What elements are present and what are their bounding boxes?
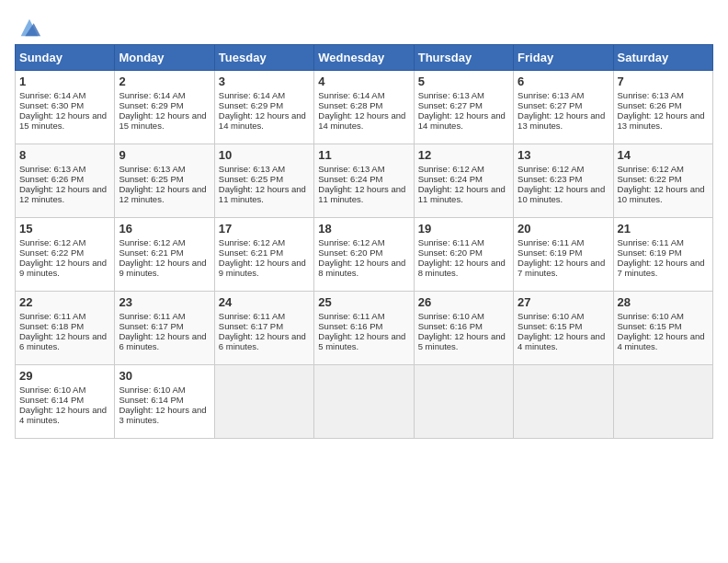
day-number: 16 <box>119 222 210 236</box>
calendar-cell: 24 Sunrise: 6:11 AM Sunset: 6:17 PM Dayl… <box>214 292 313 365</box>
day-number: 1 <box>19 75 110 88</box>
daylight-label: Daylight: 12 hours and 6 minutes. <box>19 331 107 351</box>
day-number: 25 <box>318 295 409 309</box>
calendar-cell: 9 Sunrise: 6:13 AM Sunset: 6:25 PM Dayli… <box>115 144 214 218</box>
calendar-cell: 8 Sunrise: 6:13 AM Sunset: 6:26 PM Dayli… <box>16 144 115 218</box>
calendar-cell: 18 Sunrise: 6:12 AM Sunset: 6:20 PM Dayl… <box>314 218 414 292</box>
calendar-week-3: 15 Sunrise: 6:12 AM Sunset: 6:22 PM Dayl… <box>16 218 713 292</box>
sunset-label: Sunset: 6:15 PM <box>618 321 682 331</box>
col-header-tuesday: Tuesday <box>214 45 313 71</box>
calendar-cell: 21 Sunrise: 6:11 AM Sunset: 6:19 PM Dayl… <box>613 218 712 292</box>
calendar-cell: 13 Sunrise: 6:12 AM Sunset: 6:23 PM Dayl… <box>514 144 613 218</box>
sunrise-label: Sunrise: 6:13 AM <box>518 90 584 100</box>
calendar-cell <box>314 365 414 439</box>
sunset-label: Sunset: 6:29 PM <box>119 100 183 110</box>
calendar-cell: 5 Sunrise: 6:13 AM Sunset: 6:27 PM Dayli… <box>414 71 513 144</box>
day-number: 12 <box>418 148 509 162</box>
sunset-label: Sunset: 6:29 PM <box>219 100 283 110</box>
sunrise-label: Sunrise: 6:11 AM <box>618 237 684 247</box>
page-header <box>15 15 713 35</box>
daylight-label: Daylight: 12 hours and 11 minutes. <box>219 184 306 204</box>
daylight-label: Daylight: 12 hours and 14 minutes. <box>318 110 405 131</box>
day-number: 13 <box>518 148 609 162</box>
day-number: 7 <box>618 75 709 88</box>
sunrise-label: Sunrise: 6:12 AM <box>19 237 85 247</box>
calendar-cell: 14 Sunrise: 6:12 AM Sunset: 6:22 PM Dayl… <box>613 144 712 218</box>
daylight-label: Daylight: 12 hours and 13 minutes. <box>518 110 605 131</box>
logo <box>15 15 42 35</box>
day-number: 22 <box>19 295 110 309</box>
sunrise-label: Sunrise: 6:13 AM <box>19 164 85 174</box>
sunrise-label: Sunrise: 6:11 AM <box>518 237 584 247</box>
sunset-label: Sunset: 6:17 PM <box>119 321 183 331</box>
day-number: 18 <box>318 222 409 236</box>
daylight-label: Daylight: 12 hours and 10 minutes. <box>518 184 605 204</box>
calendar-cell: 16 Sunrise: 6:12 AM Sunset: 6:21 PM Dayl… <box>115 218 214 292</box>
sunset-label: Sunset: 6:14 PM <box>119 395 183 405</box>
calendar-cell: 2 Sunrise: 6:14 AM Sunset: 6:29 PM Dayli… <box>115 71 214 144</box>
sunset-label: Sunset: 6:21 PM <box>119 247 183 258</box>
sunset-label: Sunset: 6:15 PM <box>518 321 582 331</box>
day-number: 15 <box>19 222 110 236</box>
daylight-label: Daylight: 12 hours and 14 minutes. <box>219 110 306 131</box>
sunrise-label: Sunrise: 6:12 AM <box>219 237 285 247</box>
col-header-saturday: Saturday <box>613 45 712 71</box>
day-number: 4 <box>318 75 409 88</box>
calendar-cell <box>414 365 513 439</box>
calendar-cell: 27 Sunrise: 6:10 AM Sunset: 6:15 PM Dayl… <box>514 292 613 365</box>
day-number: 26 <box>418 295 509 309</box>
calendar-cell: 28 Sunrise: 6:10 AM Sunset: 6:15 PM Dayl… <box>613 292 712 365</box>
daylight-label: Daylight: 12 hours and 5 minutes. <box>418 331 506 351</box>
sunset-label: Sunset: 6:16 PM <box>318 321 382 331</box>
day-number: 27 <box>518 295 609 309</box>
day-number: 11 <box>318 148 409 162</box>
col-header-sunday: Sunday <box>16 45 115 71</box>
daylight-label: Daylight: 12 hours and 6 minutes. <box>219 331 306 351</box>
daylight-label: Daylight: 12 hours and 7 minutes. <box>518 258 605 278</box>
calendar-cell: 4 Sunrise: 6:14 AM Sunset: 6:28 PM Dayli… <box>314 71 414 144</box>
sunset-label: Sunset: 6:20 PM <box>418 247 483 258</box>
sunrise-label: Sunrise: 6:10 AM <box>19 385 85 395</box>
day-number: 28 <box>618 295 709 309</box>
sunset-label: Sunset: 6:26 PM <box>618 100 682 110</box>
col-header-friday: Friday <box>514 45 613 71</box>
col-header-wednesday: Wednesday <box>314 45 414 71</box>
calendar-cell <box>613 365 712 439</box>
sunrise-label: Sunrise: 6:10 AM <box>119 385 185 395</box>
sunset-label: Sunset: 6:28 PM <box>318 100 382 110</box>
day-number: 6 <box>518 75 609 88</box>
day-number: 5 <box>418 75 509 88</box>
calendar-week-2: 8 Sunrise: 6:13 AM Sunset: 6:26 PM Dayli… <box>16 144 713 218</box>
sunrise-label: Sunrise: 6:10 AM <box>418 311 484 321</box>
day-number: 21 <box>618 222 709 236</box>
sunrise-label: Sunrise: 6:11 AM <box>418 237 484 247</box>
daylight-label: Daylight: 12 hours and 15 minutes. <box>119 110 206 131</box>
sunrise-label: Sunrise: 6:10 AM <box>518 311 584 321</box>
day-number: 23 <box>119 295 210 309</box>
calendar-cell: 19 Sunrise: 6:11 AM Sunset: 6:20 PM Dayl… <box>414 218 513 292</box>
sunrise-label: Sunrise: 6:12 AM <box>518 164 584 174</box>
sunset-label: Sunset: 6:20 PM <box>318 247 382 258</box>
daylight-label: Daylight: 12 hours and 9 minutes. <box>119 258 206 278</box>
daylight-label: Daylight: 12 hours and 9 minutes. <box>19 258 107 278</box>
calendar-cell: 12 Sunrise: 6:12 AM Sunset: 6:24 PM Dayl… <box>414 144 513 218</box>
sunset-label: Sunset: 6:19 PM <box>518 247 582 258</box>
sunrise-label: Sunrise: 6:12 AM <box>618 164 684 174</box>
day-number: 29 <box>19 369 110 383</box>
calendar-cell: 11 Sunrise: 6:13 AM Sunset: 6:24 PM Dayl… <box>314 144 414 218</box>
daylight-label: Daylight: 12 hours and 14 minutes. <box>418 110 506 131</box>
page-container: SundayMondayTuesdayWednesdayThursdayFrid… <box>0 0 728 446</box>
calendar-cell: 1 Sunrise: 6:14 AM Sunset: 6:30 PM Dayli… <box>16 71 115 144</box>
col-header-thursday: Thursday <box>414 45 513 71</box>
sunset-label: Sunset: 6:25 PM <box>119 174 183 184</box>
calendar-cell: 3 Sunrise: 6:14 AM Sunset: 6:29 PM Dayli… <box>214 71 313 144</box>
sunset-label: Sunset: 6:27 PM <box>518 100 582 110</box>
day-number: 3 <box>219 75 310 88</box>
daylight-label: Daylight: 12 hours and 11 minutes. <box>418 184 506 204</box>
sunset-label: Sunset: 6:27 PM <box>418 100 483 110</box>
sunset-label: Sunset: 6:30 PM <box>19 100 84 110</box>
daylight-label: Daylight: 12 hours and 12 minutes. <box>119 184 206 204</box>
sunset-label: Sunset: 6:24 PM <box>418 174 483 184</box>
calendar-week-1: 1 Sunrise: 6:14 AM Sunset: 6:30 PM Dayli… <box>16 71 713 144</box>
day-number: 20 <box>518 222 609 236</box>
